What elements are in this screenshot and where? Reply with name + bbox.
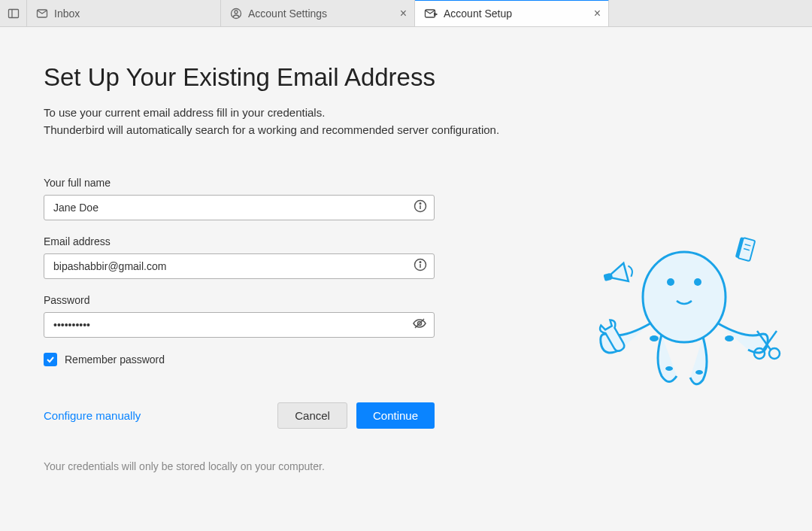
tab-account-settings[interactable]: Account Settings × xyxy=(221,0,415,27)
svg-point-14 xyxy=(643,252,726,342)
cancel-button[interactable]: Cancel xyxy=(277,402,347,429)
svg-rect-0 xyxy=(8,9,18,17)
password-input-wrapper xyxy=(44,312,435,338)
svg-point-27 xyxy=(769,348,780,359)
eye-slash-icon[interactable] xyxy=(412,316,427,334)
sidebar-toggle-button[interactable] xyxy=(0,0,27,27)
svg-point-15 xyxy=(667,278,674,286)
close-icon[interactable]: × xyxy=(400,7,407,20)
panels-icon xyxy=(8,8,20,20)
tab-account-setup[interactable]: Account Setup × xyxy=(415,0,609,26)
setup-form: Set Up Your Existing Email Address To us… xyxy=(44,63,510,472)
configure-manually-link[interactable]: Configure manually xyxy=(44,409,141,422)
button-group: Cancel Continue xyxy=(277,402,435,429)
svg-point-16 xyxy=(694,278,701,286)
email-field-group: Email address xyxy=(44,235,510,279)
inbox-icon xyxy=(36,8,48,20)
password-field-group: Password xyxy=(44,294,510,338)
continue-button[interactable]: Continue xyxy=(356,402,435,429)
info-icon[interactable] xyxy=(414,199,427,216)
content-area: Set Up Your Existing Email Address To us… xyxy=(0,27,812,508)
page-description: To use your current email address fill i… xyxy=(44,104,510,139)
svg-point-8 xyxy=(420,202,421,204)
email-label: Email address xyxy=(44,235,510,247)
tab-inbox-label: Inbox xyxy=(54,8,80,20)
close-icon[interactable]: × xyxy=(594,7,601,20)
remember-label: Remember password xyxy=(65,353,165,366)
svg-point-19 xyxy=(695,370,703,375)
svg-point-17 xyxy=(650,335,659,341)
svg-point-18 xyxy=(665,366,673,371)
info-icon[interactable] xyxy=(414,258,427,275)
password-input[interactable] xyxy=(44,312,435,338)
account-icon xyxy=(230,8,242,20)
octopus-illustration xyxy=(579,226,789,399)
footer-note: Your credentials will only be stored loc… xyxy=(44,460,510,472)
page-title: Set Up Your Existing Email Address xyxy=(44,63,510,92)
svg-point-11 xyxy=(420,261,421,262)
tab-inbox[interactable]: Inbox xyxy=(27,0,221,27)
tab-settings-label: Account Settings xyxy=(248,8,327,20)
mail-setup-icon xyxy=(424,8,438,20)
tab-setup-label: Account Setup xyxy=(444,8,512,20)
remember-checkbox[interactable] xyxy=(44,353,57,366)
password-label: Password xyxy=(44,294,510,306)
name-field-group: Your full name xyxy=(44,177,510,220)
email-input-wrapper xyxy=(44,253,435,279)
svg-point-20 xyxy=(725,335,734,341)
name-input-wrapper xyxy=(44,195,435,220)
name-input[interactable] xyxy=(44,195,435,220)
svg-point-4 xyxy=(235,11,238,14)
remember-checkbox-row: Remember password xyxy=(44,353,510,366)
tab-bar: Inbox Account Settings × Account Setup × xyxy=(0,0,812,27)
email-input[interactable] xyxy=(44,253,435,279)
name-label: Your full name xyxy=(44,177,510,189)
button-row: Configure manually Cancel Continue xyxy=(44,402,435,429)
